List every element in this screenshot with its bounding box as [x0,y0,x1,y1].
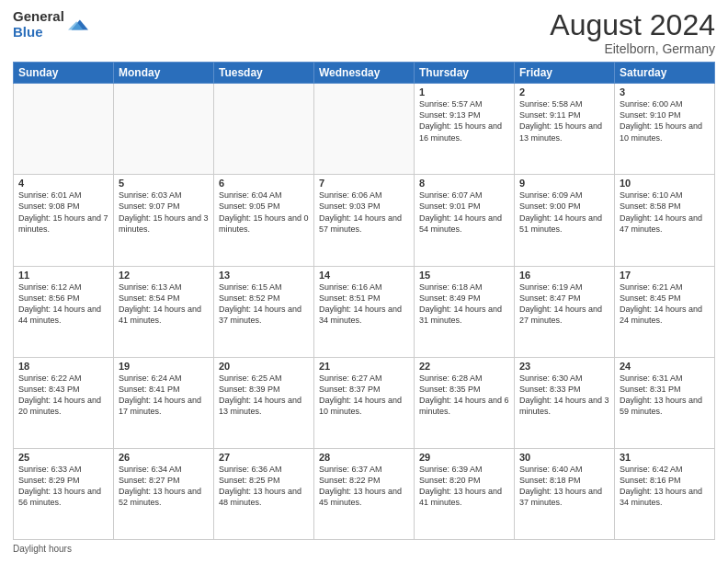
day-info: Sunrise: 6:42 AM Sunset: 8:16 PM Dayligh… [620,464,710,509]
day-number: 30 [519,452,609,463]
calendar-cell: 5Sunrise: 6:03 AM Sunset: 9:07 PM Daylig… [114,175,214,266]
weekday-header-sunday: Sunday [14,63,114,84]
day-number: 12 [119,270,209,281]
calendar-cell: 20Sunrise: 6:25 AM Sunset: 8:39 PM Dayli… [214,357,314,448]
day-number: 13 [219,270,309,281]
month-year: August 2024 [550,9,715,41]
day-number: 9 [519,178,609,189]
calendar-table: SundayMondayTuesdayWednesdayThursdayFrid… [13,62,715,540]
calendar-cell: 15Sunrise: 6:18 AM Sunset: 8:49 PM Dayli… [415,266,515,357]
calendar-cell: 30Sunrise: 6:40 AM Sunset: 8:18 PM Dayli… [515,448,615,539]
calendar-cell: 10Sunrise: 6:10 AM Sunset: 8:58 PM Dayli… [615,175,715,266]
logo-text: General Blue [13,9,64,40]
calendar-cell: 4Sunrise: 6:01 AM Sunset: 9:08 PM Daylig… [14,175,114,266]
day-number: 3 [620,86,710,98]
day-number: 18 [18,361,108,372]
weekday-header-thursday: Thursday [415,63,515,84]
calendar-cell: 9Sunrise: 6:09 AM Sunset: 9:00 PM Daylig… [515,175,615,266]
calendar-cell: 11Sunrise: 6:12 AM Sunset: 8:56 PM Dayli… [14,266,114,357]
calendar-cell: 28Sunrise: 6:37 AM Sunset: 8:22 PM Dayli… [314,448,415,539]
day-number: 10 [620,178,710,189]
weekday-header-friday: Friday [515,63,615,84]
day-info: Sunrise: 6:37 AM Sunset: 8:22 PM Dayligh… [319,464,409,509]
calendar-cell: 31Sunrise: 6:42 AM Sunset: 8:16 PM Dayli… [615,448,715,539]
calendar-cell: 16Sunrise: 6:19 AM Sunset: 8:47 PM Dayli… [515,266,615,357]
day-info: Sunrise: 6:07 AM Sunset: 9:01 PM Dayligh… [419,190,509,235]
weekday-header-wednesday: Wednesday [314,63,415,84]
calendar-cell: 23Sunrise: 6:30 AM Sunset: 8:33 PM Dayli… [515,357,615,448]
day-info: Sunrise: 5:57 AM Sunset: 9:13 PM Dayligh… [419,98,509,144]
day-number: 25 [18,452,108,463]
day-number: 5 [119,178,209,189]
day-info: Sunrise: 6:40 AM Sunset: 8:18 PM Dayligh… [519,464,609,509]
day-info: Sunrise: 6:09 AM Sunset: 9:00 PM Dayligh… [519,190,609,235]
calendar-cell: 26Sunrise: 6:34 AM Sunset: 8:27 PM Dayli… [114,448,214,539]
day-info: Sunrise: 6:27 AM Sunset: 8:37 PM Dayligh… [319,373,409,418]
weekday-header-saturday: Saturday [615,63,715,84]
day-number: 19 [119,361,209,372]
week-row-3: 11Sunrise: 6:12 AM Sunset: 8:56 PM Dayli… [14,266,715,357]
header: General Blue August 2024 Eitelborn, Germ… [13,9,715,56]
calendar-cell: 25Sunrise: 6:33 AM Sunset: 8:29 PM Dayli… [14,448,114,539]
title-block: August 2024 Eitelborn, Germany [550,9,715,56]
logo-general: General [13,9,64,25]
day-info: Sunrise: 6:15 AM Sunset: 8:52 PM Dayligh… [219,282,309,327]
calendar-cell: 13Sunrise: 6:15 AM Sunset: 8:52 PM Dayli… [214,266,314,357]
week-row-4: 18Sunrise: 6:22 AM Sunset: 8:43 PM Dayli… [14,357,715,448]
calendar-cell: 14Sunrise: 6:16 AM Sunset: 8:51 PM Dayli… [314,266,415,357]
calendar-cell: 27Sunrise: 6:36 AM Sunset: 8:25 PM Dayli… [214,448,314,539]
calendar-cell [114,84,214,175]
day-number: 15 [419,270,509,281]
page: General Blue August 2024 Eitelborn, Germ… [0,0,728,563]
day-number: 24 [620,361,710,372]
day-number: 8 [419,178,509,189]
day-info: Sunrise: 6:13 AM Sunset: 8:54 PM Dayligh… [119,282,209,327]
day-number: 26 [119,452,209,463]
weekday-header-row: SundayMondayTuesdayWednesdayThursdayFrid… [14,63,715,84]
day-info: Sunrise: 6:28 AM Sunset: 8:35 PM Dayligh… [419,373,509,418]
calendar-cell: 8Sunrise: 6:07 AM Sunset: 9:01 PM Daylig… [415,175,515,266]
footer-note: Daylight hours [13,544,715,554]
day-info: Sunrise: 6:04 AM Sunset: 9:05 PM Dayligh… [219,190,309,235]
day-info: Sunrise: 6:36 AM Sunset: 8:25 PM Dayligh… [219,464,309,509]
calendar-cell [314,84,415,175]
day-number: 23 [519,361,609,372]
calendar-cell: 17Sunrise: 6:21 AM Sunset: 8:45 PM Dayli… [615,266,715,357]
day-number: 28 [319,452,409,463]
day-number: 31 [620,452,710,463]
calendar-cell: 3Sunrise: 6:00 AM Sunset: 9:10 PM Daylig… [615,84,715,175]
day-info: Sunrise: 6:18 AM Sunset: 8:49 PM Dayligh… [419,282,509,327]
day-number: 21 [319,361,409,372]
day-number: 16 [519,270,609,281]
day-number: 14 [319,270,409,281]
weekday-header-tuesday: Tuesday [214,63,314,84]
day-number: 17 [620,270,710,281]
day-info: Sunrise: 6:30 AM Sunset: 8:33 PM Dayligh… [519,373,609,418]
week-row-1: 1Sunrise: 5:57 AM Sunset: 9:13 PM Daylig… [14,84,715,175]
day-number: 20 [219,361,309,372]
day-number: 6 [219,178,309,189]
day-info: Sunrise: 6:33 AM Sunset: 8:29 PM Dayligh… [18,464,108,509]
location: Eitelborn, Germany [550,41,715,56]
logo: General Blue [13,9,88,40]
day-info: Sunrise: 6:25 AM Sunset: 8:39 PM Dayligh… [219,373,309,418]
week-row-5: 25Sunrise: 6:33 AM Sunset: 8:29 PM Dayli… [14,448,715,539]
day-info: Sunrise: 6:21 AM Sunset: 8:45 PM Dayligh… [620,282,710,327]
day-info: Sunrise: 6:16 AM Sunset: 8:51 PM Dayligh… [319,282,409,327]
day-number: 27 [219,452,309,463]
day-info: Sunrise: 6:06 AM Sunset: 9:03 PM Dayligh… [319,190,409,235]
calendar-cell: 12Sunrise: 6:13 AM Sunset: 8:54 PM Dayli… [114,266,214,357]
calendar-cell: 2Sunrise: 5:58 AM Sunset: 9:11 PM Daylig… [515,84,615,175]
calendar-cell: 19Sunrise: 6:24 AM Sunset: 8:41 PM Dayli… [114,357,214,448]
day-number: 1 [419,86,509,98]
day-info: Sunrise: 6:10 AM Sunset: 8:58 PM Dayligh… [620,190,710,235]
day-info: Sunrise: 6:39 AM Sunset: 8:20 PM Dayligh… [419,464,509,509]
day-info: Sunrise: 6:24 AM Sunset: 8:41 PM Dayligh… [119,373,209,418]
day-number: 2 [519,86,609,98]
day-number: 4 [18,178,108,189]
calendar-cell: 29Sunrise: 6:39 AM Sunset: 8:20 PM Dayli… [415,448,515,539]
day-info: Sunrise: 6:22 AM Sunset: 8:43 PM Dayligh… [18,373,108,418]
day-info: Sunrise: 6:31 AM Sunset: 8:31 PM Dayligh… [620,373,710,418]
day-info: Sunrise: 6:03 AM Sunset: 9:07 PM Dayligh… [119,190,209,235]
day-number: 29 [419,452,509,463]
